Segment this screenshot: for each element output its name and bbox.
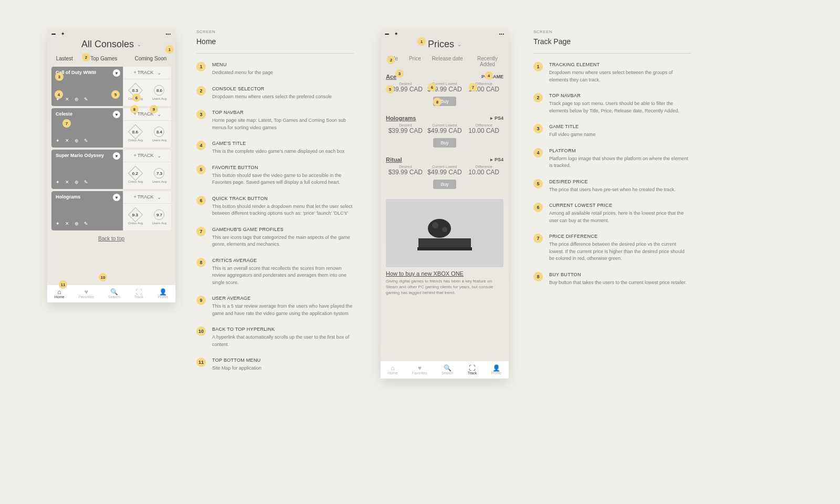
- annotation-item: 5 FAVORITE BUTTON This button should sav…: [196, 165, 354, 186]
- callout-badge: 7: [469, 83, 477, 91]
- game-title-link[interactable]: Ace: [386, 74, 396, 80]
- chevron-down-icon: ⌄: [157, 194, 161, 200]
- nav-track[interactable]: ⛶Track: [134, 289, 143, 299]
- favorite-button[interactable]: ♥: [113, 69, 120, 77]
- annotation-description: Dropdown menu where users select between…: [549, 69, 691, 83]
- annotation-title: BUY BUTTON: [549, 272, 687, 277]
- price-difference: Difference10.00 CAD: [464, 165, 503, 176]
- annotation-description: Platform logo image that shows the platf…: [549, 155, 691, 170]
- chevron-down-icon: ⌄: [457, 41, 461, 47]
- annotation-title: PLATFORM: [549, 148, 691, 153]
- annotation-title: CURRENT LOWEST PRICE: [549, 203, 691, 208]
- annotation-item: 3 GAME TITLE Full video game name: [533, 124, 691, 139]
- tracking-element-dropdown[interactable]: Prices ⌄: [381, 36, 509, 54]
- console-selector[interactable]: All Consoles ⌄: [47, 36, 175, 54]
- genre-icon: ✕: [64, 180, 70, 186]
- callout-badge: 6: [132, 93, 141, 102]
- tab-top-games[interactable]: Top Games: [90, 56, 117, 61]
- favorite-button[interactable]: ♥: [113, 152, 120, 160]
- nav-search[interactable]: 🔍Search: [442, 365, 453, 375]
- nav-favorites[interactable]: ♥Favorites: [79, 289, 94, 299]
- price-difference: Difference10.00 CAD: [464, 123, 503, 134]
- quick-track-button[interactable]: + TRACK⌄: [123, 191, 171, 204]
- callout-badge: 1: [417, 37, 426, 46]
- annotation-item: 8 CRITICS AVERAGE This is an overall sco…: [196, 258, 354, 287]
- annotation-description: The price difference between the desired…: [549, 241, 691, 262]
- nav-home[interactable]: ⌂Home: [388, 365, 398, 375]
- article-title[interactable]: How to buy a new XBOX ONE: [386, 270, 503, 277]
- annotation-item: 4 PLATFORM Platform logo image that show…: [533, 148, 691, 170]
- callout-badge: 8: [130, 105, 139, 113]
- tab-price[interactable]: Price: [409, 56, 421, 67]
- game-title-link[interactable]: Holograms: [386, 115, 416, 121]
- svg-point-4: [442, 227, 447, 232]
- genre-icon: ✕: [64, 138, 70, 144]
- nav-home[interactable]: ⌂Home: [55, 289, 65, 299]
- tab-latest[interactable]: Lastest: [56, 56, 73, 61]
- nav-favorites[interactable]: ♥Favorites: [412, 365, 427, 375]
- card-side-panel: + TRACK⌄ 8.6 Critics Avg 8.4 Users Avg: [123, 108, 171, 148]
- game-title-link[interactable]: Ritual: [386, 156, 402, 163]
- annotation-number: 6: [196, 196, 206, 205]
- nav-profile[interactable]: 👤Profile: [158, 289, 168, 299]
- nav-profile[interactable]: 👤Profile: [491, 365, 501, 375]
- more-icon[interactable]: •••: [166, 32, 171, 36]
- wifi-icon: ◈: [61, 32, 64, 36]
- bottom-nav: ⌂Home ♥Favorites 🔍Search ⛶Track 👤Profile: [381, 361, 509, 379]
- nav-search[interactable]: 🔍Search: [108, 289, 120, 299]
- game-profile-icons: ✦ ✕ ⊛ ✎: [55, 221, 89, 227]
- svg-rect-1: [417, 247, 472, 250]
- annotation-number: 6: [533, 203, 543, 212]
- svg-point-3: [432, 222, 438, 228]
- card-side-panel: + TRACK⌄ 9.3 Critics Avg 9.7 Users Avg: [123, 191, 171, 230]
- annotation-description: This is an overall score that recollects…: [212, 265, 354, 287]
- quick-track-button[interactable]: + TRACK⌄: [123, 150, 171, 162]
- annotation-number: 9: [196, 296, 206, 305]
- genre-icon: ✎: [83, 180, 89, 186]
- game-image[interactable]: Call of Duty WWIII ♥ ✦ ✕ ⊛ ✎: [51, 67, 123, 106]
- desired-price: Desired$39.99 CAD: [386, 165, 425, 176]
- annotation-number: 7: [196, 227, 206, 236]
- callout-badge: 11: [59, 280, 67, 289]
- tab-release-date[interactable]: Release date: [432, 56, 463, 67]
- annotation-number: 8: [533, 272, 543, 281]
- annotation-title: TOP NAVBAR: [212, 110, 354, 115]
- tab-coming-soon[interactable]: Coming Soon: [135, 56, 167, 61]
- wifi-icon: ◈: [395, 32, 397, 36]
- annotation-description: Among all available retail prices, here …: [549, 210, 691, 224]
- game-image[interactable]: Celeste ♥ ✦ ✕ ⊛ ✎: [51, 108, 123, 148]
- annotation-title: GAME TITLE: [549, 124, 596, 129]
- annotation-item: 6 QUICK TRACK BUTTON This button should …: [196, 196, 354, 217]
- annotation-number: 1: [533, 62, 543, 71]
- annotation-title: PRICE DIFFERENCE: [549, 234, 691, 239]
- more-icon[interactable]: •••: [499, 32, 505, 36]
- game-card: Celeste ♥ ✦ ✕ ⊛ ✎ + TRACK⌄ 8.6 Critics A…: [51, 108, 171, 148]
- buy-button[interactable]: Buy: [433, 138, 456, 148]
- favorite-button[interactable]: ♥: [113, 194, 120, 201]
- game-image[interactable]: Holograms ♥ ✦ ✕ ⊛ ✎: [51, 191, 123, 230]
- back-to-top-link[interactable]: Back to top: [47, 233, 175, 245]
- users-score: 8.6 Users Avg: [152, 85, 166, 100]
- favorite-button[interactable]: ♥: [113, 111, 120, 118]
- page-title: All Consoles: [81, 39, 134, 50]
- bottom-nav: ⌂Home ♥Favorites 🔍Search ⛶Track 👤Profile: [47, 285, 175, 302]
- phone-track: ••••• ◈ ••• Prices ⌄ Title Price Release…: [381, 29, 509, 379]
- game-profile-icons: ✦ ✕ ⊛ ✎: [55, 138, 89, 144]
- genre-icon: ⊛: [74, 138, 80, 144]
- annotation-item: 7 PRICE DIFFERENCE The price difference …: [533, 234, 691, 262]
- users-score: 7.3 Users Avg: [152, 168, 166, 183]
- quick-track-button[interactable]: + TRACK⌄: [123, 67, 171, 79]
- annotation-item: 1 TRACKING ELEMENT Dropdown menu where u…: [533, 62, 691, 83]
- callout-badge: 5: [386, 85, 394, 93]
- tab-recently-added[interactable]: Recently Added: [474, 56, 501, 67]
- panel-label: SCREEN: [533, 29, 691, 34]
- game-image[interactable]: Super Mario Odyssey ♥ ✦ ✕ ⊛ ✎: [51, 150, 123, 189]
- nav-track[interactable]: ⛶Track: [468, 365, 477, 375]
- genre-icon: ✕: [64, 97, 70, 103]
- game-card: Holograms ♥ ✦ ✕ ⊛ ✎ + TRACK⌄ 9.3 Critics…: [51, 191, 171, 230]
- buy-button[interactable]: Buy: [433, 180, 456, 189]
- callout-badge: 3: [395, 69, 404, 78]
- current-lowest-price: Current Lowest$49.99 CAD: [425, 165, 465, 176]
- genre-icon: ✦: [55, 138, 61, 144]
- game-profile-icons: ✦ ✕ ⊛ ✎: [55, 180, 89, 186]
